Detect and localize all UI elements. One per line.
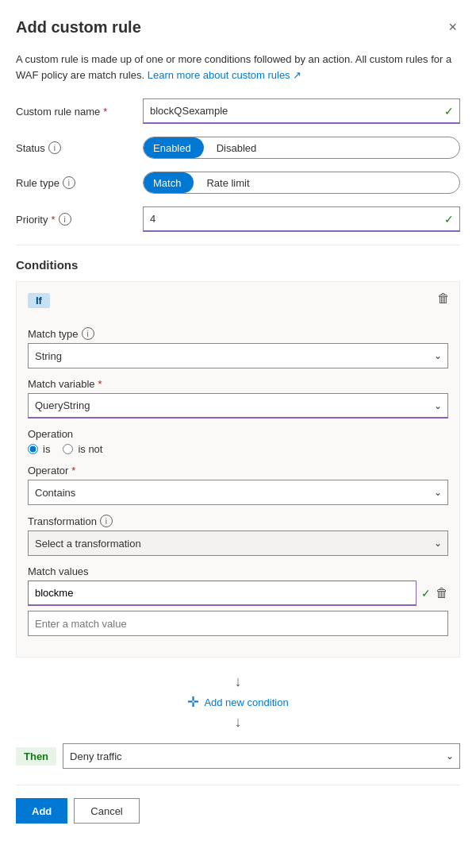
modal-title: Add custom rule xyxy=(16,18,141,37)
custom-rule-name-label: Custom rule name * xyxy=(16,106,143,118)
rule-type-match-button[interactable]: Match xyxy=(144,172,194,193)
transformation-select-wrapper: Select a transformation Lowercase Upperc… xyxy=(28,530,448,556)
operator-select-wrapper: Contains Equals StartsWith EndsWith Less… xyxy=(28,480,448,505)
operator-label: Operator * xyxy=(28,465,448,476)
operator-field: Operator * Contains Equals StartsWith En… xyxy=(28,465,448,505)
transformation-label: Transformation i xyxy=(28,515,448,527)
then-row: Then Deny traffic Allow traffic Log only… xyxy=(16,743,460,769)
match-type-field: Match type i String IP Address Geo Locat… xyxy=(28,327,448,368)
condition-card: If 🗑 Match type i String IP Address Geo … xyxy=(16,281,460,658)
add-button[interactable]: Add xyxy=(16,798,67,824)
operation-is-radio[interactable] xyxy=(28,444,38,454)
match-value-placeholder-row xyxy=(28,611,448,636)
add-condition-button[interactable]: ✛ Add new condition xyxy=(187,693,288,711)
priority-label: Priority * i xyxy=(16,213,143,226)
status-disabled-button[interactable]: Disabled xyxy=(204,137,267,158)
cancel-button[interactable]: Cancel xyxy=(74,798,139,824)
required-indicator: * xyxy=(103,106,107,118)
priority-info-icon[interactable]: i xyxy=(59,213,71,226)
match-variable-select[interactable]: QueryString RequestUri RequestBody Reque… xyxy=(28,393,448,419)
rule-type-label: Rule type i xyxy=(16,176,143,189)
rule-type-row: Rule type i Match Rate limit xyxy=(16,172,460,194)
priority-control: ✓ xyxy=(143,206,460,232)
match-type-label: Match type i xyxy=(28,327,448,340)
add-condition-area: ↓ ✛ Add new condition ↓ xyxy=(16,670,460,734)
status-info-icon[interactable]: i xyxy=(48,141,61,154)
learn-more-link[interactable]: Learn more about custom rules ↗ xyxy=(148,69,302,81)
priority-row: Priority * i ✓ xyxy=(16,206,460,232)
description-text: A custom rule is made up of one or more … xyxy=(16,52,460,83)
add-condition-arrow-below: ↓ xyxy=(235,714,242,731)
then-badge: Then xyxy=(16,747,56,766)
match-values-field: Match values ✓ 🗑 xyxy=(28,565,448,636)
operation-field: Operation is is not xyxy=(28,428,448,455)
match-variable-required: * xyxy=(98,378,102,390)
match-type-select[interactable]: String IP Address Geo Location xyxy=(28,343,448,368)
custom-rule-name-row: Custom rule name * ✓ xyxy=(16,98,460,124)
match-value-check-icon: ✓ xyxy=(421,587,431,600)
operation-isnot-label[interactable]: is not xyxy=(63,443,102,455)
modal-header: Add custom rule × xyxy=(16,16,460,39)
match-value-placeholder-input[interactable] xyxy=(28,611,448,636)
match-variable-field: Match variable * QueryString RequestUri … xyxy=(28,378,448,419)
operator-select[interactable]: Contains Equals StartsWith EndsWith Less… xyxy=(28,480,448,505)
match-variable-select-wrapper: QueryString RequestUri RequestBody Reque… xyxy=(28,393,448,419)
then-select-wrapper: Deny traffic Allow traffic Log only ⌄ xyxy=(63,743,460,769)
transformation-field: Transformation i Select a transformation… xyxy=(28,515,448,556)
priority-check-icon: ✓ xyxy=(444,213,454,226)
transformation-info-icon[interactable]: i xyxy=(100,515,113,527)
operation-label: Operation xyxy=(28,428,448,440)
match-value-input[interactable] xyxy=(28,581,416,606)
status-enabled-button[interactable]: Enabled xyxy=(144,137,204,158)
custom-rule-name-input[interactable] xyxy=(143,98,460,124)
operation-isnot-radio[interactable] xyxy=(63,444,73,454)
match-value-row: ✓ 🗑 xyxy=(28,581,448,606)
add-condition-arrow: ↓ xyxy=(235,673,242,690)
add-condition-plus-icon: ✛ xyxy=(187,693,199,711)
rule-type-info-icon[interactable]: i xyxy=(63,176,75,189)
conditions-section: Conditions If 🗑 Match type i String IP A… xyxy=(16,258,460,769)
status-control: Enabled Disabled xyxy=(143,137,460,159)
rule-type-control: Match Rate limit xyxy=(143,172,460,194)
close-button[interactable]: × xyxy=(445,16,460,39)
add-custom-rule-modal: Add custom rule × A custom rule is made … xyxy=(0,0,476,868)
delete-condition-icon[interactable]: 🗑 xyxy=(437,291,450,306)
priority-input[interactable] xyxy=(143,206,460,232)
operation-is-label[interactable]: is xyxy=(28,443,50,455)
divider xyxy=(16,245,460,245)
custom-rule-name-control: ✓ xyxy=(143,98,460,124)
operation-radio-group: is is not xyxy=(28,443,448,455)
status-label: Status i xyxy=(16,141,143,154)
match-value-delete-icon[interactable]: 🗑 xyxy=(436,586,448,600)
rule-type-toggle-group: Match Rate limit xyxy=(143,172,460,194)
conditions-title: Conditions xyxy=(16,258,460,272)
modal-footer: Add Cancel xyxy=(16,785,460,824)
transformation-select[interactable]: Select a transformation Lowercase Upperc… xyxy=(28,530,448,556)
match-values-label: Match values xyxy=(28,565,448,577)
match-type-info-icon[interactable]: i xyxy=(82,327,94,340)
status-toggle-group: Enabled Disabled xyxy=(143,137,460,159)
then-action-select[interactable]: Deny traffic Allow traffic Log only xyxy=(63,743,460,769)
operator-required: * xyxy=(71,465,75,476)
status-row: Status i Enabled Disabled xyxy=(16,137,460,159)
rule-type-ratelimit-button[interactable]: Rate limit xyxy=(194,172,259,193)
if-badge: If xyxy=(28,293,50,308)
priority-required-indicator: * xyxy=(51,214,55,226)
match-variable-label: Match variable * xyxy=(28,378,448,390)
name-check-icon: ✓ xyxy=(444,105,454,118)
match-type-select-wrapper: String IP Address Geo Location ⌄ xyxy=(28,343,448,368)
